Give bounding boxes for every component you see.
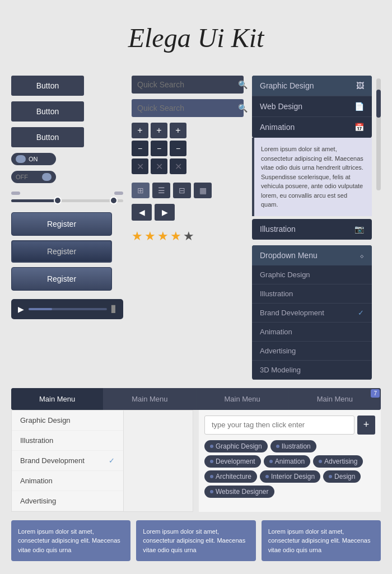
star-1[interactable]: ★ bbox=[132, 229, 143, 244]
dropdown-item-6[interactable]: 3D Modeling bbox=[252, 361, 372, 380]
dropdown-item-label-6: 3D Modeling bbox=[260, 366, 301, 374]
arrow-left-btn[interactable]: ◀ bbox=[132, 204, 152, 221]
text-box-2: Lorem ipsum dolor sit amet, consectetur … bbox=[136, 520, 255, 562]
dropdown-item-4[interactable]: Animation bbox=[252, 323, 372, 342]
cross-btn-2[interactable]: ✕ bbox=[151, 158, 167, 174]
list-view-btn[interactable]: ☰ bbox=[152, 183, 170, 198]
sub-menu-item-4[interactable]: Animation bbox=[12, 471, 123, 491]
tag-illustration[interactable]: Ilustration bbox=[270, 440, 316, 452]
title-section: Elega Ui Kit bbox=[11, 11, 381, 70]
arrow-right-btn[interactable]: ▶ bbox=[155, 204, 175, 221]
tag-input[interactable] bbox=[204, 416, 354, 435]
tab-menu-section: Main Menu Main Menu Main Menu Main Menu … bbox=[11, 388, 381, 410]
bottom-text-boxes: Lorem ipsum dolor sit amet, consectetur … bbox=[11, 520, 381, 562]
illustration-icon: 📷 bbox=[354, 225, 364, 234]
slider-labels bbox=[11, 192, 123, 195]
search-icon-2: 🔍 bbox=[238, 104, 248, 113]
tab-4[interactable]: Main Menu 7 bbox=[289, 388, 381, 410]
text-box-3: Lorem ipsum dolor sit amet, consectetur … bbox=[262, 520, 381, 562]
view-modes: ⊞ ☰ ⊟ ▦ bbox=[132, 183, 244, 198]
dropdown-header[interactable]: Dropdown Menu ⬦ bbox=[252, 245, 372, 265]
register-button-1[interactable]: Register bbox=[11, 212, 112, 236]
tag-animation[interactable]: Animation bbox=[264, 455, 310, 468]
sub-item-label-1: Graphic Design bbox=[20, 416, 71, 424]
plus-btn-2[interactable]: + bbox=[151, 123, 167, 138]
tag-label-1: Graphic Design bbox=[216, 442, 262, 450]
menu-item-icon: 🖼 bbox=[356, 81, 364, 90]
volume-icon[interactable]: ▊ bbox=[111, 305, 116, 313]
toggle-on[interactable]: ON bbox=[11, 153, 56, 165]
plus-btn-3[interactable]: + bbox=[170, 123, 186, 138]
sub-menu: Graphic Design Illustration Brand Develo… bbox=[11, 410, 193, 512]
sub-menu-item-2[interactable]: Illustration bbox=[12, 431, 123, 451]
cols-view-btn[interactable]: ⊟ bbox=[173, 183, 191, 198]
tag-dot-3 bbox=[210, 460, 213, 463]
register-button-3[interactable]: Register bbox=[11, 267, 112, 291]
button-2[interactable]: Button bbox=[11, 101, 84, 122]
scrollbar-track[interactable] bbox=[376, 78, 381, 190]
tab-menu: Main Menu Main Menu Main Menu Main Menu … bbox=[11, 388, 381, 410]
menu-item-animation[interactable]: Animation 📅 bbox=[252, 117, 372, 138]
menu-item-illustration[interactable]: Illustration 📷 bbox=[252, 219, 372, 240]
grid-view-btn[interactable]: ⊞ bbox=[132, 183, 150, 198]
plus-btn-1[interactable]: + bbox=[132, 123, 148, 138]
search-input-1[interactable] bbox=[137, 80, 235, 89]
search-input-2[interactable] bbox=[137, 104, 235, 113]
dropdown-item-5[interactable]: Advertising bbox=[252, 342, 372, 361]
star-3[interactable]: ★ bbox=[157, 229, 169, 244]
tag-development[interactable]: Development bbox=[204, 455, 261, 468]
tag-input-row: + bbox=[204, 416, 375, 435]
tag-add-button[interactable]: + bbox=[357, 416, 375, 435]
toggle-off-label: OFF bbox=[16, 174, 28, 180]
star-5[interactable]: ★ bbox=[183, 229, 194, 244]
tag-label-9: Website Designer bbox=[216, 488, 269, 496]
sub-menu-item-1[interactable]: Graphic Design bbox=[12, 410, 123, 431]
play-button[interactable]: ▶ bbox=[18, 305, 24, 314]
dropdown-item-label-1: Graphic Design bbox=[260, 270, 310, 279]
text-box-1: Lorem ipsum dolor sit amet, consectetur … bbox=[11, 520, 130, 562]
tab-2[interactable]: Main Menu bbox=[104, 388, 196, 410]
tag-website-designer[interactable]: Website Designer bbox=[204, 486, 274, 498]
slider-thumb-left[interactable] bbox=[54, 197, 62, 204]
right-area: Graphic Design 🖼 Web Design 📄 Animation … bbox=[252, 76, 381, 380]
tag-architecture[interactable]: Architecture bbox=[204, 470, 257, 483]
scrollbar-thumb[interactable] bbox=[376, 90, 381, 118]
sub-menu-item-5[interactable]: Advertising bbox=[12, 491, 123, 511]
dropdown-item-label-3: Brand Development bbox=[260, 309, 324, 317]
star-2[interactable]: ★ bbox=[144, 229, 156, 244]
progress-bar[interactable] bbox=[29, 308, 107, 310]
minus-btn-3[interactable]: − bbox=[170, 141, 186, 156]
tag-label-3: Development bbox=[216, 458, 255, 465]
text-box-content-2: Lorem ipsum dolor sit amet, consectetur … bbox=[143, 527, 249, 555]
slider-thumb-right[interactable] bbox=[110, 197, 118, 204]
tag-interior-design[interactable]: Interior Design bbox=[260, 470, 320, 483]
register-button-2[interactable]: Register bbox=[11, 240, 112, 263]
toggle-on-knob bbox=[16, 155, 26, 163]
cross-btn-1[interactable]: ✕ bbox=[132, 158, 148, 174]
dropdown-item-1[interactable]: Graphic Design bbox=[252, 265, 372, 284]
cross-btn-3[interactable]: ✕ bbox=[170, 158, 186, 174]
strip-view-btn[interactable]: ▦ bbox=[194, 183, 212, 198]
menu-item-graphic-design[interactable]: Graphic Design 🖼 bbox=[252, 76, 372, 96]
numpad-grid: + + + − − − ✕ ✕ ✕ bbox=[132, 123, 244, 174]
sub-menu-item-3[interactable]: Brand Development ✓ bbox=[12, 451, 123, 471]
dropdown-item-2[interactable]: Illustration bbox=[252, 284, 372, 304]
dropdown-section: Dropdown Menu ⬦ Graphic Design Illustrat… bbox=[252, 245, 372, 380]
tab-1[interactable]: Main Menu bbox=[11, 388, 104, 410]
dropdown-item-3[interactable]: Brand Development ✓ bbox=[252, 304, 372, 323]
tab-badge: 7 bbox=[371, 389, 380, 398]
minus-btn-2[interactable]: − bbox=[151, 141, 167, 156]
slider-track[interactable] bbox=[11, 199, 123, 202]
slider-section bbox=[11, 192, 123, 207]
minus-btn-1[interactable]: − bbox=[132, 141, 148, 156]
menu-item-web-design[interactable]: Web Design 📄 bbox=[252, 96, 372, 117]
star-4[interactable]: ★ bbox=[170, 229, 181, 244]
tag-advertising[interactable]: Advertising bbox=[313, 455, 363, 468]
button-3[interactable]: Button bbox=[11, 127, 84, 147]
tag-design[interactable]: Design bbox=[323, 470, 361, 483]
toggle-off[interactable]: OFF bbox=[11, 171, 56, 183]
tab-3[interactable]: Main Menu bbox=[197, 388, 289, 410]
tag-graphic-design[interactable]: Graphic Design bbox=[204, 440, 268, 452]
tag-dot-9 bbox=[210, 490, 213, 493]
button-1[interactable]: Button bbox=[11, 76, 84, 96]
